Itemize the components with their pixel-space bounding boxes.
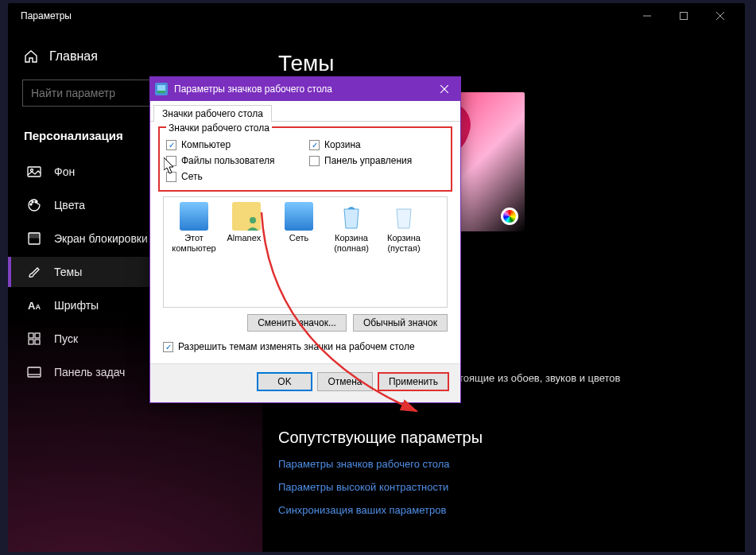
picture-icon bbox=[27, 165, 41, 179]
sidebar-item-label: Панель задач bbox=[54, 366, 125, 378]
fonts-icon: AA bbox=[27, 298, 41, 312]
link-desktop-icons[interactable]: Параметры значков рабочего стола bbox=[278, 458, 729, 470]
svg-rect-20 bbox=[157, 91, 165, 93]
svg-rect-14 bbox=[35, 333, 40, 338]
page-title: Темы bbox=[278, 51, 729, 76]
window-controls bbox=[629, 3, 739, 29]
group-title: Значки рабочего стола bbox=[166, 122, 272, 134]
maximize-button[interactable] bbox=[665, 3, 702, 29]
apply-button[interactable]: Применить bbox=[378, 372, 449, 391]
link-sync[interactable]: Синхронизация ваших параметров bbox=[278, 504, 729, 516]
svg-rect-12 bbox=[29, 233, 40, 238]
brush-icon bbox=[27, 265, 41, 279]
allow-themes-label: Разрешить темам изменять значки на рабоч… bbox=[178, 341, 415, 352]
mouse-cursor bbox=[164, 157, 176, 175]
icon-button-row: Сменить значок... Обычный значок bbox=[150, 314, 460, 338]
svg-rect-13 bbox=[29, 333, 33, 338]
svg-rect-19 bbox=[157, 85, 165, 91]
home-label: Главная bbox=[49, 49, 98, 64]
close-button[interactable] bbox=[702, 3, 739, 29]
svg-point-10 bbox=[35, 201, 37, 203]
icon-preview-list[interactable]: Этот компьютер Almanex . Сеть Корзина (п… bbox=[163, 196, 448, 308]
checkbox-computer[interactable]: Компьютер bbox=[166, 139, 301, 150]
checkbox-user-files[interactable]: Файлы пользователя bbox=[166, 155, 301, 166]
checkbox-recycle[interactable]: Корзина bbox=[309, 139, 444, 150]
tab-strip: Значки рабочего стола bbox=[150, 101, 460, 122]
checkbox-group: Значки рабочего стола Компьютер Корзина … bbox=[158, 126, 452, 192]
related-heading: Сопутствующие параметры bbox=[278, 429, 729, 447]
svg-point-23 bbox=[250, 217, 256, 223]
svg-point-8 bbox=[30, 204, 32, 205]
sidebar-item-label: Экран блокировки bbox=[54, 232, 148, 245]
default-icon-button[interactable]: Обычный значок bbox=[353, 314, 448, 332]
recycle-empty-icon bbox=[390, 202, 418, 231]
icon-item-recycle-full[interactable]: Корзина (полная) bbox=[326, 202, 377, 254]
sidebar-item-label: Шрифты bbox=[54, 299, 99, 312]
tab-desktop-icons[interactable]: Значки рабочего стола bbox=[153, 105, 272, 122]
sidebar-item-label: Фон bbox=[54, 165, 75, 178]
svg-rect-1 bbox=[680, 13, 688, 20]
svg-rect-15 bbox=[29, 340, 33, 344]
minimize-button[interactable] bbox=[629, 3, 665, 29]
checkbox-icon bbox=[309, 156, 320, 166]
svg-point-9 bbox=[32, 201, 33, 203]
svg-rect-17 bbox=[28, 367, 41, 377]
lockscreen-icon bbox=[27, 231, 41, 246]
checkbox-icon bbox=[163, 342, 173, 352]
checkbox-icon bbox=[166, 140, 176, 150]
icon-item-computer[interactable]: Этот компьютер bbox=[169, 202, 219, 254]
dialog-content: Значки рабочего стола Значки рабочего ст… bbox=[150, 101, 460, 402]
svg-point-7 bbox=[31, 169, 33, 172]
sidebar-item-label: Цвета bbox=[54, 199, 85, 212]
checkbox-control-panel[interactable]: Панель управления bbox=[309, 155, 444, 166]
cancel-button[interactable]: Отмена bbox=[317, 372, 373, 391]
allow-themes-row[interactable]: Разрешить темам изменять значки на рабоч… bbox=[150, 338, 460, 363]
computer-icon bbox=[180, 202, 208, 231]
checkbox-network[interactable]: Сеть bbox=[166, 171, 301, 182]
link-high-contrast[interactable]: Параметры высокой контрастности bbox=[278, 481, 729, 493]
dialog-titlebar[interactable]: Параметры значков рабочего стола bbox=[150, 77, 460, 101]
desktop-icons-dialog: Параметры значков рабочего стола Значки … bbox=[149, 76, 461, 403]
dialog-close-button[interactable] bbox=[428, 77, 460, 101]
checkbox-icon bbox=[309, 140, 320, 150]
start-icon bbox=[27, 332, 41, 346]
icon-item-network[interactable]: Сеть bbox=[273, 202, 324, 254]
ok-button[interactable]: OK bbox=[257, 372, 312, 391]
svg-rect-16 bbox=[35, 340, 40, 344]
icon-item-recycle-empty[interactable]: Корзина (пустая) bbox=[378, 202, 429, 254]
palette-icon bbox=[27, 198, 41, 212]
dialog-app-icon bbox=[155, 83, 168, 95]
home-icon bbox=[24, 49, 38, 64]
icon-item-user[interactable]: Almanex . bbox=[221, 202, 272, 254]
taskbar-icon bbox=[27, 365, 41, 379]
change-icon-button[interactable]: Сменить значок... bbox=[247, 314, 347, 332]
sidebar-item-label: Пуск bbox=[54, 332, 78, 345]
dialog-title: Параметры значков рабочего стола bbox=[174, 83, 428, 95]
recycle-full-icon bbox=[337, 202, 366, 231]
dialog-footer: OK Отмена Применить bbox=[150, 363, 460, 402]
sidebar-item-home[interactable]: Главная bbox=[8, 45, 262, 72]
window-title: Параметры bbox=[14, 10, 629, 21]
sidebar-item-label: Темы bbox=[54, 266, 82, 278]
network-icon bbox=[285, 202, 313, 231]
titlebar: Параметры bbox=[8, 3, 745, 29]
color-wheel-icon bbox=[501, 208, 518, 225]
user-folder-icon bbox=[232, 202, 261, 231]
